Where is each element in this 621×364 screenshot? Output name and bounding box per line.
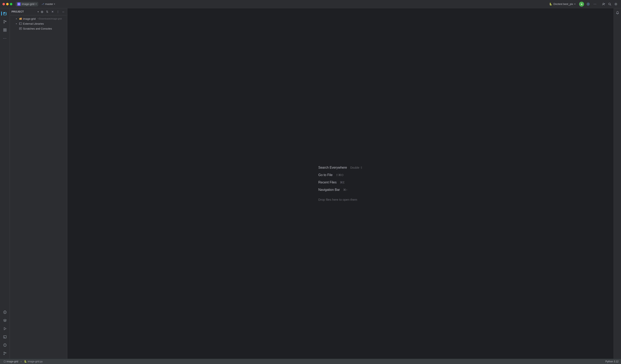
run-config-dropdown-icon: ▾: [574, 3, 575, 5]
tree-item-scratches[interactable]: Scratches and Consoles: [10, 26, 67, 31]
go-to-file-label: Go to File: [318, 173, 332, 177]
settings-icon[interactable]: [613, 1, 619, 7]
sidebar-title-dropdown[interactable]: ▾: [37, 11, 39, 13]
svg-rect-17: [3, 30, 5, 32]
search-everywhere-shortcut: Double ⇧: [350, 166, 363, 169]
tree-label-external-libraries: External Libraries: [23, 22, 44, 25]
notification-bell-icon[interactable]: [615, 10, 621, 16]
branch-selector[interactable]: ⎇ master ▾: [40, 2, 57, 6]
drop-files-label: Drop files here to open them: [318, 198, 357, 201]
activity-bar: ···: [0, 8, 10, 359]
drop-files-item: Drop files here to open them: [318, 197, 357, 201]
go-to-file-shortcut: ⇧⌘O: [336, 173, 343, 177]
svg-point-1: [588, 3, 589, 4]
svg-rect-33: [19, 23, 22, 25]
activity-plugins[interactable]: [1, 26, 9, 34]
search-everywhere-label: Search Everywhere: [318, 166, 347, 170]
svg-point-28: [5, 346, 5, 346]
tree-path-image-grid: ~/Downloads/image-grid: [37, 17, 62, 20]
add-user-icon[interactable]: [601, 1, 606, 7]
activity-git[interactable]: [1, 18, 9, 25]
go-to-file-item[interactable]: Go to File ⇧⌘O: [318, 173, 343, 177]
svg-point-12: [4, 22, 4, 23]
title-bar-right-icons: [601, 1, 619, 7]
tree-label-image-grid: image-grid: [23, 17, 35, 20]
tree-item-image-grid[interactable]: image-grid ~/Downloads/image-grid: [10, 16, 67, 21]
svg-point-29: [4, 352, 4, 353]
folder-icon-image-grid: [19, 17, 22, 20]
close-button[interactable]: [2, 3, 5, 5]
svg-rect-9: [3, 13, 6, 15]
sidebar-collapse-icon[interactable]: ⇅: [45, 9, 50, 14]
run-button[interactable]: [579, 2, 584, 7]
svg-point-7: [616, 3, 617, 4]
activity-docker[interactable]: [1, 309, 9, 316]
svg-line-6: [610, 4, 611, 5]
tree-arrow-scratches: [15, 27, 18, 30]
sidebar-more-icon[interactable]: ⋮: [56, 9, 60, 14]
main-layout: ···: [0, 8, 621, 359]
welcome-content: Search Everywhere Double ⇧ Go to File ⇧⌘…: [318, 166, 363, 201]
debug-button[interactable]: [586, 2, 591, 7]
recent-files-shortcut: ⌘E: [340, 181, 345, 184]
activity-run-services[interactable]: [1, 325, 9, 332]
navigation-bar-shortcut: ⌘↑: [343, 188, 347, 191]
run-config-python-icon: 🐍: [549, 3, 552, 6]
status-project-label: image-grid: [7, 360, 18, 363]
library-icon: [19, 22, 22, 25]
project-name: image-grid: [22, 2, 34, 6]
search-everywhere-item[interactable]: Search Everywhere Double ⇧: [318, 166, 363, 170]
maximize-button[interactable]: [10, 3, 12, 5]
sidebar-add-icon[interactable]: ⊕: [40, 9, 44, 14]
run-config-area[interactable]: 🐍 Doctest best_pix ▾: [547, 2, 577, 6]
traffic-lights: [2, 3, 12, 5]
run-config-name: Doctest best_pix: [553, 2, 573, 6]
project-dropdown-icon: ▾: [35, 3, 36, 5]
tree-item-external-libraries[interactable]: External Libraries: [10, 21, 67, 26]
sidebar: Project ▾ ⊕ ⇅ ✕ ⋮ ─ image-grid ~/Downloa…: [10, 8, 67, 359]
svg-rect-18: [5, 30, 6, 32]
more-options-button[interactable]: ⋯: [592, 1, 598, 7]
status-project-name[interactable]: image-grid: [2, 360, 19, 363]
svg-point-31: [5, 352, 6, 353]
branch-dropdown-icon: ▾: [54, 3, 55, 5]
svg-rect-16: [5, 29, 6, 30]
recent-files-label: Recent Files: [318, 181, 337, 184]
right-bar: [614, 8, 621, 359]
activity-git-bottom[interactable]: [1, 350, 9, 357]
recent-files-item[interactable]: Recent Files ⌘E: [318, 181, 345, 184]
activity-layers[interactable]: [1, 317, 9, 324]
branch-name: master: [45, 2, 53, 6]
activity-problems[interactable]: [1, 341, 9, 349]
svg-rect-15: [3, 29, 5, 30]
scratch-icon: [19, 27, 22, 30]
activity-more[interactable]: ···: [1, 35, 9, 42]
svg-rect-39: [4, 361, 5, 362]
svg-point-20: [4, 312, 5, 313]
activity-project-files[interactable]: [1, 10, 9, 17]
svg-point-30: [4, 354, 4, 355]
svg-rect-24: [3, 336, 6, 338]
activity-terminal[interactable]: [1, 333, 9, 341]
navigation-bar-label: Navigation Bar: [318, 188, 340, 192]
sidebar-title: Project: [12, 10, 37, 13]
tree-arrow-external-libraries[interactable]: [15, 22, 18, 25]
status-file-name: image-grid.py: [28, 360, 43, 363]
svg-marker-23: [4, 328, 6, 330]
status-python-version[interactable]: Python 3.12: [605, 360, 619, 363]
editor-area: Search Everywhere Double ⇧ Go to File ⇧⌘…: [67, 8, 614, 359]
sidebar-close-icon[interactable]: ✕: [50, 9, 55, 14]
navigation-bar-item[interactable]: Navigation Bar ⌘↑: [318, 188, 347, 192]
tree-label-scratches: Scratches and Consoles: [23, 27, 52, 30]
project-selector[interactable]: IG image-grid ▾: [16, 2, 38, 6]
branch-icon: ⎇: [41, 3, 44, 5]
python-file-icon: 🐍: [24, 360, 27, 363]
status-python-icon[interactable]: 🐍 image-grid.py: [23, 360, 44, 363]
minimize-button[interactable]: [6, 3, 9, 5]
search-icon[interactable]: [607, 1, 612, 7]
tree-arrow-image-grid[interactable]: [15, 17, 18, 20]
sidebar-pin-icon[interactable]: ─: [61, 9, 66, 14]
project-icon: IG: [17, 2, 20, 6]
status-breadcrumb-arrow: ›: [21, 360, 22, 363]
title-bar: IG image-grid ▾ ⎇ master ▾ 🐍 Doctest bes…: [0, 0, 621, 8]
